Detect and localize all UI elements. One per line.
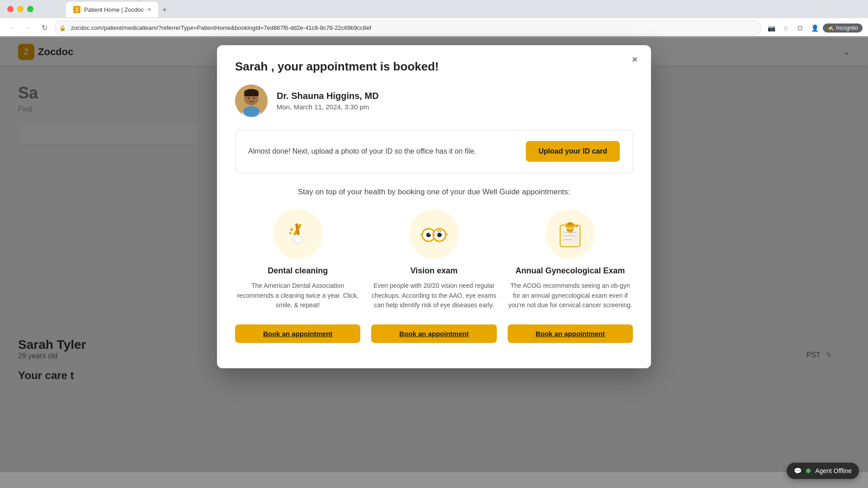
dental-book-button[interactable]: Book an appointment — [235, 324, 360, 343]
chat-label: Agent Offline — [815, 467, 852, 474]
doctor-avatar-svg — [235, 84, 268, 117]
vision-exam-card: Vision exam Even people with 20/20 visio… — [371, 209, 496, 343]
browser-titlebar: Z Patient Home | Zocdoc × + — [0, 0, 868, 18]
gyn-card-title: Annual Gynecological Exam — [515, 266, 625, 276]
dental-cleaning-card: Dental cleaning The American Dental Asso… — [235, 209, 360, 343]
chat-widget[interactable]: 💬 Agent Offline — [787, 463, 859, 479]
doctor-info: Dr. Shauna Higgins, MD Mon, March 11, 20… — [235, 84, 633, 117]
svg-point-5 — [248, 97, 250, 99]
bookmark-icon[interactable]: ☆ — [779, 22, 792, 34]
svg-point-14 — [289, 232, 291, 234]
chat-status-dot — [806, 469, 811, 473]
dental-card-title: Dental cleaning — [268, 266, 328, 276]
profile-icon[interactable]: 👤 — [808, 22, 821, 34]
url-text: zocdoc.com/patient/medicalteam/?referrer… — [71, 24, 371, 31]
chat-icon: 💬 — [794, 467, 802, 474]
camera-off-icon[interactable]: 📷 — [765, 22, 778, 34]
nav-icons: 📷 ☆ ⊡ 👤 🕵️ Incognito — [765, 22, 863, 34]
incognito-label: Incognito — [836, 25, 858, 31]
svg-point-9 — [243, 106, 259, 117]
doctor-name: Dr. Shauna Higgins, MD — [277, 91, 379, 101]
tab-favicon: Z — [73, 6, 80, 13]
new-tab-button[interactable]: + — [158, 4, 171, 16]
svg-rect-25 — [568, 222, 572, 225]
gyn-icon — [556, 220, 585, 249]
window-minimize-btn[interactable] — [17, 6, 24, 12]
navigation-bar: ← → ↻ 🔒 zocdoc.com/patient/medicalteam/?… — [0, 18, 868, 38]
svg-point-22 — [429, 233, 431, 235]
window-close-btn[interactable] — [7, 6, 14, 12]
modal-title: Sarah , your appointment is booked! — [235, 60, 633, 74]
svg-point-6 — [253, 97, 255, 99]
id-card-upload-box: Almost done! Next, upload a photo of you… — [235, 130, 633, 173]
vision-icon — [419, 219, 449, 249]
tabs-bar: Z Patient Home | Zocdoc × + — [39, 1, 171, 17]
tab-close-icon[interactable]: × — [147, 6, 151, 13]
doctor-datetime: Mon, March 11, 2024, 3:30 pm — [277, 103, 379, 111]
upload-id-button[interactable]: Upload your ID card — [526, 141, 620, 162]
svg-rect-4 — [244, 93, 259, 96]
window-controls — [7, 6, 33, 12]
gyn-book-button[interactable]: Book an appointment — [508, 324, 633, 343]
svg-point-29 — [575, 225, 578, 227]
health-cards-container: Dental cleaning The American Dental Asso… — [235, 209, 633, 343]
id-card-text: Almost done! Next, upload a photo of you… — [248, 146, 476, 157]
split-view-icon[interactable]: ⊡ — [794, 22, 807, 34]
incognito-badge: 🕵️ Incognito — [823, 23, 863, 33]
forward-button[interactable]: → — [22, 22, 34, 34]
gyn-card-desc: The ACOG recommends seeing an ob-gyn for… — [508, 281, 633, 317]
booking-modal: × Sarah , your appointment is booked! — [217, 45, 651, 368]
svg-point-21 — [437, 233, 442, 237]
well-guide-title: Stay on top of your health by booking on… — [235, 188, 633, 197]
vision-book-button[interactable]: Book an appointment — [371, 324, 496, 343]
window-maximize-btn[interactable] — [27, 6, 33, 12]
dental-icon — [283, 220, 312, 249]
modal-close-button[interactable]: × — [627, 52, 642, 67]
svg-line-19 — [446, 234, 448, 235]
active-tab[interactable]: Z Patient Home | Zocdoc × — [66, 2, 158, 17]
svg-point-13 — [290, 228, 293, 231]
doctor-details: Dr. Shauna Higgins, MD Mon, March 11, 20… — [277, 91, 379, 111]
reload-button[interactable]: ↻ — [38, 22, 51, 34]
back-button[interactable]: ← — [5, 22, 18, 34]
svg-line-18 — [420, 234, 422, 235]
vision-card-title: Vision exam — [410, 266, 458, 276]
lock-icon: 🔒 — [59, 25, 66, 31]
incognito-icon: 🕵️ — [827, 25, 834, 31]
dental-icon-circle — [273, 209, 323, 259]
vision-icon-circle — [409, 209, 459, 259]
browser-chrome: Z Patient Home | Zocdoc × + ← → ↻ 🔒 zocd… — [0, 0, 868, 38]
gyn-exam-card: Annual Gynecological Exam The ACOG recom… — [508, 209, 633, 343]
vision-card-desc: Even people with 20/20 vision need regul… — [371, 281, 496, 317]
doctor-avatar — [235, 84, 268, 117]
dental-card-desc: The American Dental Association recommen… — [235, 281, 360, 317]
tab-title: Patient Home | Zocdoc — [84, 6, 144, 13]
modal-overlay: × Sarah , your appointment is booked! — [0, 36, 868, 488]
address-bar[interactable]: 🔒 zocdoc.com/patient/medicalteam/?referr… — [54, 21, 761, 35]
gyn-icon-circle — [545, 209, 595, 259]
